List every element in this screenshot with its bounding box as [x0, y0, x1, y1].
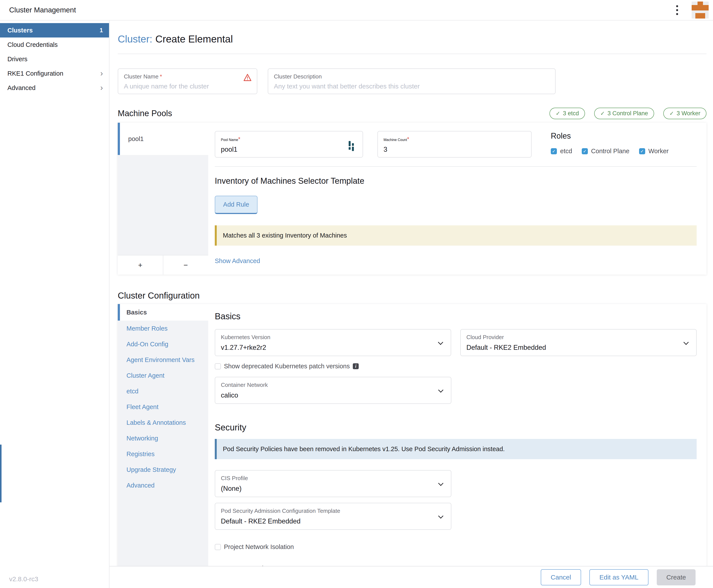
page-title-text: Create Elemental [155, 33, 233, 45]
config-tab-advanced[interactable]: Advanced [118, 478, 208, 493]
cis-profile-select[interactable]: CIS Profile (None) [215, 470, 451, 497]
config-tab-upgrade-strategy[interactable]: Upgrade Strategy [118, 462, 208, 478]
psa-template-select[interactable]: Pod Security Admission Configuration Tem… [215, 503, 451, 530]
kebab-menu-icon[interactable] [674, 3, 680, 17]
config-nav: Basics Member Roles Add-On Config Agent … [118, 304, 208, 566]
cluster-description-label: Cluster Description [274, 73, 549, 80]
cluster-description-input[interactable] [274, 83, 549, 90]
show-advanced-link[interactable]: Show Advanced [215, 257, 260, 265]
show-deprecated-row: Show deprecated Kubernetes patch version… [215, 363, 697, 370]
app-title: Cluster Management [9, 6, 76, 14]
sidebar-item-label: Clusters [7, 27, 33, 34]
psa-template-value: Default - RKE2 Embedded [221, 518, 445, 525]
sidebar-item-clusters[interactable]: Clusters 1 [0, 23, 109, 38]
brand-logo-icon[interactable] [692, 2, 709, 19]
add-pool-button[interactable]: + [118, 255, 163, 275]
config-tab-member-roles[interactable]: Member Roles [118, 320, 208, 336]
machine-count-field: Machine Count* [378, 131, 532, 158]
sidebar-item-label: RKE1 Configuration [7, 70, 63, 77]
cloud-provider-select[interactable]: Cloud Provider Default - RKE2 Embedded [460, 329, 697, 356]
config-tab-fleet-agent[interactable]: Fleet Agent [118, 399, 208, 415]
randomize-name-icon[interactable] [349, 141, 356, 150]
show-deprecated-label[interactable]: Show deprecated Kubernetes patch version… [224, 363, 350, 370]
sidebar-item-drivers[interactable]: Drivers [0, 52, 109, 66]
psp-removed-banner: Pod Security Policies have been removed … [215, 439, 697, 459]
sidebar: Clusters 1 Cloud Credentials Drivers RKE… [0, 20, 109, 588]
checkbox-checked-icon: ✓ [582, 148, 588, 154]
cluster-name-label: Cluster Name* [124, 73, 251, 80]
security-heading: Security [215, 423, 697, 433]
checkbox-unchecked-icon[interactable] [215, 544, 221, 550]
cancel-button[interactable]: Cancel [541, 569, 581, 585]
sidebar-item-cloud-credentials[interactable]: Cloud Credentials [0, 38, 109, 52]
config-tab-agent-environment-vars[interactable]: Agent Environment Vars [118, 352, 208, 368]
roles-group: Roles ✓ etcd ✓ Control Plane [551, 131, 669, 158]
chevron-right-icon: › [100, 84, 103, 92]
add-rule-button[interactable]: Add Rule [215, 196, 258, 214]
pool-section-divider [215, 166, 697, 167]
cis-profile-label: CIS Profile [221, 475, 445, 482]
worker-count-badge: ✓ 3 Worker [663, 108, 707, 119]
left-edge-scroll-indicator[interactable] [0, 445, 2, 502]
check-icon: ✓ [600, 110, 605, 117]
cloud-provider-value: Default - RKE2 Embedded [466, 344, 691, 352]
cluster-name-input[interactable] [124, 83, 251, 90]
pool-name-label: Pool Name* [221, 136, 357, 143]
project-network-isolation-row: Project Network Isolation [215, 543, 697, 550]
title-divider [118, 54, 707, 54]
config-tab-add-on-config[interactable]: Add-On Config [118, 336, 208, 352]
info-tooltip-icon[interactable]: i [353, 363, 359, 369]
checkbox-checked-icon: ✓ [639, 148, 645, 154]
pool-tabs-column: pool1 + − [118, 123, 208, 275]
psa-template-label: Pod Security Admission Configuration Tem… [221, 508, 445, 514]
main-content: Cluster:Create Elemental Cluster Name* [109, 20, 713, 566]
machine-pools-card: pool1 + − Pool Name* [118, 123, 707, 275]
pool-tab-pool1[interactable]: pool1 [118, 123, 208, 155]
control-plane-count-badge: ✓ 3 Control Plane [594, 108, 654, 119]
role-count-badges: ✓ 3 etcd ✓ 3 Control Plane ✓ 3 Worker [549, 108, 707, 119]
role-checkbox-worker[interactable]: ✓ Worker [639, 148, 669, 155]
kubernetes-version-label: Kubernetes Version [221, 334, 445, 341]
sidebar-item-label: Advanced [7, 84, 36, 91]
config-tab-etcd[interactable]: etcd [118, 383, 208, 399]
config-tab-labels-annotations[interactable]: Labels & Annotations [118, 415, 208, 430]
check-icon: ✓ [555, 110, 560, 117]
cluster-configuration-heading: Cluster Configuration [118, 291, 707, 300]
cis-profile-value: (None) [221, 485, 445, 492]
cluster-name-field: Cluster Name* [118, 68, 257, 94]
checkbox-unchecked-icon[interactable] [215, 363, 221, 370]
check-icon: ✓ [669, 110, 674, 117]
pool-name-input[interactable] [221, 146, 337, 153]
config-tab-registries[interactable]: Registries [118, 446, 208, 462]
create-button[interactable]: Create [657, 569, 696, 585]
page-title-prefix: Cluster: [118, 33, 152, 45]
config-tab-cluster-agent[interactable]: Cluster Agent [118, 368, 208, 383]
role-checkbox-etcd[interactable]: ✓ etcd [551, 148, 572, 155]
machine-count-input[interactable] [384, 146, 504, 153]
etcd-count-badge: ✓ 3 etcd [549, 108, 585, 119]
required-asterisk: * [160, 73, 162, 80]
roles-heading: Roles [551, 131, 669, 141]
kubernetes-version-select[interactable]: Kubernetes Version v1.27.7+rke2r2 [215, 329, 451, 356]
chevron-right-icon: › [100, 69, 103, 77]
project-network-isolation-label[interactable]: Project Network Isolation [224, 543, 294, 550]
machine-count-label: Machine Count* [384, 136, 526, 143]
system-services-heading: System Services [215, 565, 697, 566]
top-bar: Cluster Management [0, 0, 713, 20]
sidebar-item-rke1-configuration[interactable]: RKE1 Configuration › [0, 66, 109, 81]
config-tab-networking[interactable]: Networking [118, 430, 208, 446]
container-network-label: Container Network [221, 382, 445, 388]
version-label: v2.8.0-rc3 [9, 575, 38, 583]
edit-as-yaml-button[interactable]: Edit as YAML [589, 569, 649, 585]
config-tab-basics[interactable]: Basics [118, 304, 208, 320]
checkbox-checked-icon: ✓ [551, 148, 557, 154]
sidebar-item-advanced[interactable]: Advanced › [0, 81, 109, 95]
cluster-configuration-card: Basics Member Roles Add-On Config Agent … [118, 304, 707, 566]
sidebar-item-label: Cloud Credentials [7, 41, 58, 48]
clusters-count-badge: 1 [100, 27, 103, 34]
kubernetes-version-value: v1.27.7+rke2r2 [221, 344, 445, 352]
remove-pool-button[interactable]: − [163, 255, 208, 275]
container-network-select[interactable]: Container Network calico [215, 377, 451, 404]
role-checkbox-control-plane[interactable]: ✓ Control Plane [582, 148, 630, 155]
inventory-selector-heading: Inventory of Machines Selector Template [215, 176, 697, 186]
